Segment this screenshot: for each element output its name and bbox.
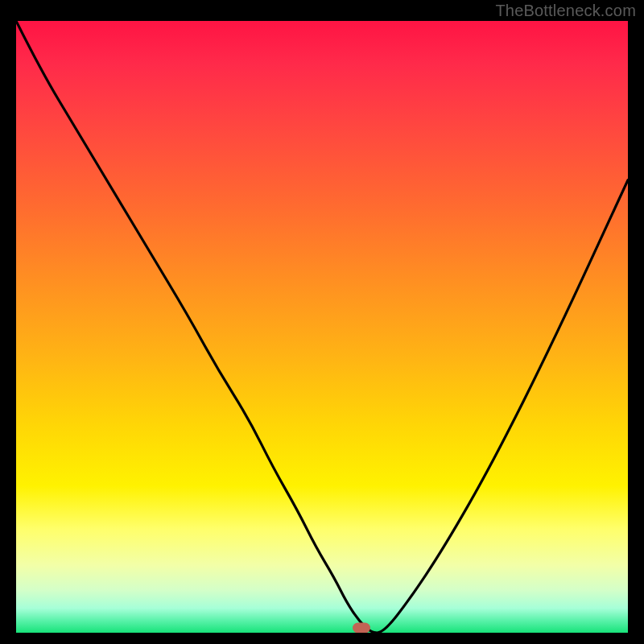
chart-stage: TheBottleneck.com (0, 0, 644, 644)
curve-svg (16, 21, 628, 633)
watermark-text: TheBottleneck.com (495, 2, 636, 20)
vertex-marker (353, 623, 370, 634)
plot-area (16, 21, 628, 633)
curve-path (16, 21, 628, 633)
